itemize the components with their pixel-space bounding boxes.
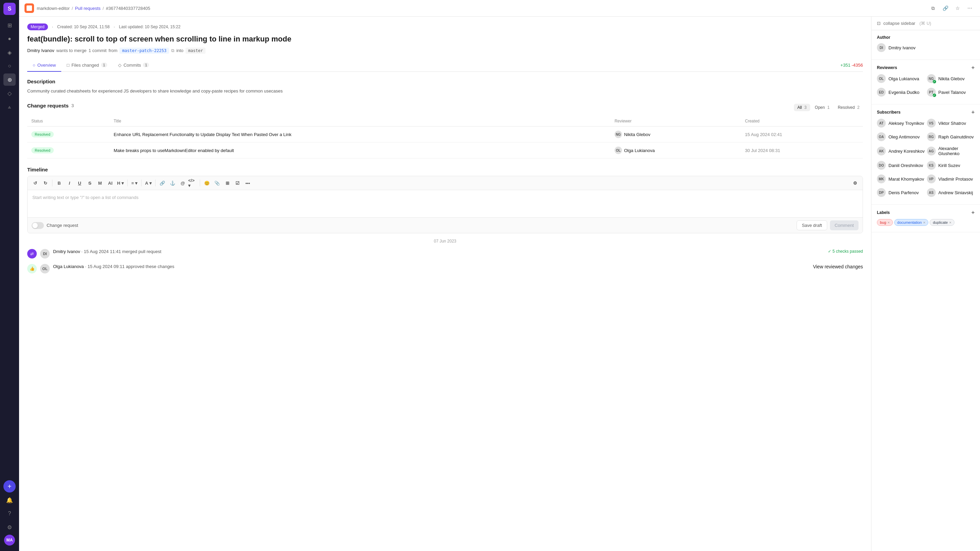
created-date: Created: 10 Sep 2024, 11:58 <box>57 24 110 29</box>
breadcrumb-pr[interactable]: Pull requests <box>75 6 100 11</box>
heading-btn[interactable]: H ▾ <box>116 178 125 188</box>
col-status: Status <box>27 116 110 127</box>
row1-title[interactable]: Enhance URL Replacement Functionality to… <box>110 127 611 143</box>
subscriber-alexander-avatar[interactable]: AG <box>927 147 936 156</box>
collapse-sidebar-shortcut: (⌘ U) <box>920 21 931 26</box>
add-reviewer-btn[interactable]: + <box>972 65 975 71</box>
reviewer-pavel-avatar[interactable]: PT ✓ <box>927 88 936 97</box>
more-toolbar-btn[interactable]: ••• <box>243 178 253 188</box>
redo-btn[interactable]: ↻ <box>40 178 50 188</box>
reviewer-evgeniia-avatar[interactable]: ED <box>877 88 886 97</box>
user-avatar[interactable]: MA <box>4 535 15 546</box>
remove-label-doc[interactable]: × <box>923 221 925 224</box>
target-branch[interactable]: master <box>185 48 205 54</box>
comment-button[interactable]: Comment <box>830 221 859 230</box>
table-btn[interactable]: ⊞ <box>223 178 232 188</box>
tab-overview[interactable]: ○ Overview <box>27 59 61 72</box>
reviewer-nikita-avatar[interactable]: NG ✓ <box>927 74 936 83</box>
pr-author-name[interactable]: Dmitry Ivanov <box>27 48 54 53</box>
add-label-btn[interactable]: + <box>972 210 975 216</box>
code-btn[interactable]: </> ▾ <box>188 178 198 188</box>
subscriber-vladimir-avatar[interactable]: VP <box>927 175 936 183</box>
save-draft-button[interactable]: Save draft <box>797 221 827 230</box>
anchor-btn[interactable]: ⚓ <box>168 178 177 188</box>
view-reviewed-changes-link[interactable]: View reviewed changes <box>813 264 863 269</box>
nav-icon-help[interactable]: ? <box>3 508 16 520</box>
subscriber-raph-avatar[interactable]: RG <box>927 132 936 141</box>
remove-label-dup[interactable]: × <box>949 221 951 224</box>
nav-icon-pull-requests[interactable]: ⊛ <box>3 73 16 86</box>
row2-title[interactable]: Make breaks props to useMarkdownEditor e… <box>110 143 611 159</box>
subscribers-section: Subscribers + AT Aleksey Troynikov VS Vi… <box>872 105 980 205</box>
approve-action: approved these changes <box>126 264 174 269</box>
app-logo[interactable]: S <box>3 3 16 15</box>
author-avatar[interactable]: DI <box>877 43 886 52</box>
undo-btn[interactable]: ↺ <box>30 178 40 188</box>
nav-icon-dashboard[interactable]: ● <box>3 33 16 45</box>
nav-icon-projects[interactable]: ◈ <box>3 46 16 59</box>
strikethrough-btn[interactable]: S <box>85 178 95 188</box>
list-btn[interactable]: ≡ ▾ <box>130 178 139 188</box>
color-btn[interactable]: A ▾ <box>143 178 153 188</box>
reviewer2-name: Olga Lukianova <box>624 148 655 153</box>
nav-icon-settings[interactable]: ⚙ <box>3 521 16 533</box>
toolbar-sep1 <box>52 179 52 186</box>
nav-icon-grid[interactable]: ⊞ <box>3 19 16 31</box>
attach-btn[interactable]: 📎 <box>212 178 222 188</box>
subscriber-daniil-avatar[interactable]: DO <box>877 161 886 170</box>
author-line: Dmitry Ivanov wants to merge 1 commit fr… <box>27 48 863 54</box>
copy-icon[interactable]: ⧉ <box>928 3 938 13</box>
subscriber-aleksey-avatar[interactable]: AT <box>877 119 886 127</box>
merge-time: · 15 Aug 2024 11:41 <box>81 249 122 254</box>
task-btn[interactable]: ☑ <box>233 178 242 188</box>
subscriber-marat-avatar[interactable]: MK <box>877 175 886 183</box>
nav-icon-notifications[interactable]: 🔔 <box>3 494 16 506</box>
ai-btn[interactable]: AI <box>105 178 115 188</box>
tab-files-count: 1 <box>101 63 107 67</box>
subscriber-denis-avatar[interactable]: DP <box>877 188 886 197</box>
star-icon[interactable]: ☆ <box>953 3 962 13</box>
repo-name[interactable]: markdown-editor <box>37 6 70 11</box>
underline-btn[interactable]: U <box>75 178 84 188</box>
link-btn[interactable]: 🔗 <box>158 178 167 188</box>
cr-filter-open[interactable]: Open 1 <box>811 104 833 111</box>
editor-body[interactable]: Start writing text or type "/" to open a… <box>27 190 862 218</box>
labels-label: Labels <box>877 210 890 215</box>
tab-commits[interactable]: ◇ Commits 1 <box>113 59 154 72</box>
nav-icon-analytics[interactable]: ⟁ <box>3 101 16 113</box>
description-text: Community curated cheatsheets for experi… <box>27 88 863 95</box>
cr-filter-all[interactable]: All 3 <box>794 104 810 111</box>
toggle-switch[interactable] <box>32 222 44 229</box>
subscriber-andrew-avatar[interactable]: AS <box>927 188 936 197</box>
more-icon[interactable]: ⋯ <box>965 3 975 13</box>
subscriber-andrey-avatar[interactable]: AK <box>877 147 886 156</box>
mention-btn[interactable]: @ <box>178 178 188 188</box>
tab-files-changed[interactable]: □ Files changed 1 <box>61 59 113 72</box>
reviewer-olga-avatar[interactable]: OL <box>877 74 886 83</box>
link-icon[interactable]: 🔗 <box>940 3 950 13</box>
subscriber-viktor-avatar[interactable]: VS <box>927 119 936 127</box>
emoji-btn[interactable]: 😊 <box>202 178 212 188</box>
labels-section: Labels + bug × documentation × duplicate… <box>872 205 980 232</box>
copy-branch-icon[interactable]: ⧉ <box>171 48 174 53</box>
remove-label-bug[interactable]: × <box>888 221 889 224</box>
bold-btn[interactable]: B <box>54 178 64 188</box>
source-branch[interactable]: master-patch-22253 <box>119 48 169 54</box>
mono-btn[interactable]: M <box>95 178 105 188</box>
nav-icon-releases[interactable]: ◇ <box>3 87 16 99</box>
collapse-sidebar-btn[interactable]: ⊡ collapse sidebar (⌘ U) <box>872 17 980 30</box>
italic-btn[interactable]: I <box>65 178 74 188</box>
nav-icon-pipelines[interactable]: ○ <box>3 60 16 72</box>
subscriber-vladimir: VP Vladimir Protasov <box>927 175 975 183</box>
subscriber-oleg-avatar[interactable]: OA <box>877 132 886 141</box>
subscriber-kirill-avatar[interactable]: KS <box>927 161 936 170</box>
create-button[interactable]: + <box>3 480 16 492</box>
add-subscriber-btn[interactable]: + <box>972 109 975 115</box>
approve-author[interactable]: Olga Lukianova <box>53 264 84 269</box>
cr-filter-resolved[interactable]: Resolved 2 <box>834 104 863 111</box>
editor-settings-btn[interactable]: ⚙ <box>850 178 860 188</box>
merge-author[interactable]: Dmitry Ivanov <box>53 249 80 254</box>
author-name[interactable]: Dmitry Ivanov <box>888 45 915 50</box>
merge-event-avatar[interactable]: DI <box>40 249 50 259</box>
approve-event-avatar[interactable]: OL <box>40 264 50 273</box>
